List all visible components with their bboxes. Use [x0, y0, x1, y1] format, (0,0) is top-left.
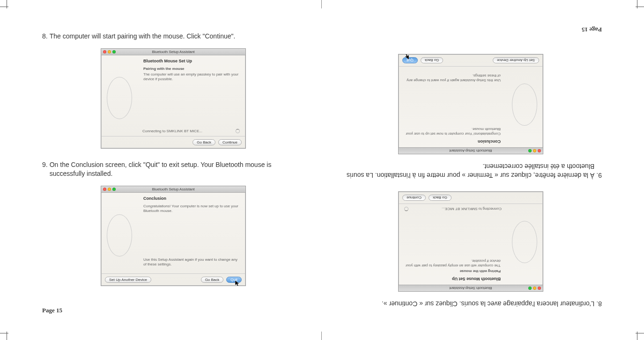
pairing-text: The computer will use an empty passkey t…: [143, 72, 240, 82]
close-icon: [103, 188, 106, 191]
step-9: 9. On the Conclusion screen, click "Quit…: [42, 160, 304, 179]
continue-button: Continue: [218, 139, 242, 145]
page-left-english: 8. The computer will start pairing with …: [9, 0, 316, 340]
pairing-titlebar-fr: Bluetooth Setup Assistant: [399, 285, 543, 291]
step-8-text: The computer will start pairing with the…: [50, 32, 304, 41]
pairing-sub: Pairing with the mouse: [143, 67, 240, 71]
window-controls: [528, 287, 541, 290]
conclusion-title-fr: Bluetooth Setup Assistant: [449, 149, 492, 153]
pairing-status-fr: Connecting to SMKLINK BT MICE...: [404, 207, 502, 211]
screenshot-conclusion-fr: Bluetooth Setup Assistant Conclusion Con…: [398, 54, 543, 154]
zoom-icon: [112, 188, 116, 191]
page-number-left: Page 15: [42, 307, 62, 314]
minimize-icon: [533, 149, 536, 152]
minimize-icon: [533, 287, 536, 290]
quit-button: Quit: [402, 57, 418, 63]
pairing-body: Bluetooth Mouse Set Up Pairing with the …: [138, 55, 245, 136]
pairing-title-fr: Bluetooth Setup Assistant: [449, 286, 492, 290]
spinner-icon: [404, 207, 408, 211]
pairing-titlebar: Bluetooth Setup Assistant: [101, 49, 245, 55]
mouse-graphic: [512, 83, 537, 126]
pairing-sub-fr: Pairing with the mouse: [404, 269, 501, 273]
conclusion-heading: Conclusion: [143, 196, 240, 201]
conclusion-text2-fr: Use this Setup Assistant again if you wa…: [404, 73, 501, 83]
pairing-footer: Go Back Continue: [101, 136, 245, 148]
screenshot-conclusion: Bluetooth Setup Assistant Conclusion Con…: [101, 186, 246, 286]
screenshot-pairing: Bluetooth Setup Assistant Bluetooth Mous…: [101, 48, 246, 149]
pairing-heading: Bluetooth Mouse Set Up: [143, 59, 240, 63]
pairing-text-fr: The computer will use an empty passkey t…: [404, 258, 501, 268]
page-right-french: 8. L'ordinateur lancera l'appairage avec…: [328, 0, 635, 340]
continue-button: Continue: [402, 195, 426, 201]
step-8-text-fr: L'ordinateur lancera l'appairage avec la…: [340, 299, 594, 308]
conclusion-text2: Use this Setup Assistant again if you wa…: [143, 257, 240, 267]
minimize-icon: [108, 50, 111, 53]
mouse-graphic: [512, 221, 537, 263]
window-controls: [103, 188, 116, 191]
conclusion-heading-fr: Conclusion: [404, 139, 501, 144]
zoom-icon: [528, 287, 532, 290]
window-controls: [103, 50, 116, 53]
pairing-body-fr: Bluetooth Mouse Set Up Pairing with the …: [399, 204, 506, 285]
conclusion-text1-fr: Congratulations! Your computer is now se…: [404, 126, 501, 136]
conclusion-footer-fr: Set Up Another Device Go Back Quit: [399, 54, 543, 67]
step-9-fr: 9. À la dernière fenêtre, cliquez sur « …: [340, 161, 602, 180]
close-icon: [103, 50, 106, 53]
conclusion-titlebar: Bluetooth Setup Assistant: [101, 186, 245, 193]
content-right: 8. L'ordinateur lancera l'appairage avec…: [340, 42, 602, 308]
content-left: 8. The computer will start pairing with …: [42, 32, 304, 298]
conclusion-titlebar-fr: Bluetooth Setup Assistant: [399, 147, 543, 154]
conclusion-body: Conclusion Congratulations! Your compute…: [138, 193, 245, 273]
close-icon: [538, 287, 541, 290]
pairing-status-text: Connecting to SMKLINK BT MICE...: [142, 129, 202, 133]
conclusion-body-fr: Conclusion Congratulations! Your compute…: [399, 67, 506, 147]
step-8-fr: 8. L'ordinateur lancera l'appairage avec…: [340, 299, 602, 308]
go-back-button: Go Back: [201, 277, 224, 283]
go-back-button: Go Back: [192, 139, 215, 145]
zoom-icon: [528, 149, 532, 152]
step-9-number: 9.: [42, 160, 48, 179]
setup-another-button: Set Up Another Device: [105, 277, 151, 283]
step-8: 8. The computer will start pairing with …: [42, 32, 304, 41]
conclusion-footer: Set Up Another Device Go Back Quit: [101, 273, 245, 286]
pairing-status: Connecting to SMKLINK BT MICE...: [142, 129, 240, 133]
page-number-right: Page 15: [582, 26, 602, 33]
minimize-icon: [108, 188, 111, 191]
zoom-icon: [112, 50, 116, 53]
step-9-text: On the Conclusion screen, click "Quit" t…: [50, 160, 304, 179]
spinner-icon: [236, 129, 240, 133]
pairing-heading-fr: Bluetooth Mouse Set Up: [404, 277, 501, 281]
step-8-number-fr: 8.: [596, 299, 602, 308]
go-back-button: Go Back: [429, 195, 452, 201]
conclusion-title: Bluetooth Setup Assistant: [152, 187, 194, 191]
pairing-footer-fr: Go Back Continue: [399, 192, 543, 204]
screenshot-pairing-fr: Bluetooth Setup Assistant Bluetooth Mous…: [398, 191, 543, 292]
step-9-number-fr: 9.: [596, 161, 602, 180]
close-icon: [538, 149, 541, 152]
pairing-status-text-fr: Connecting to SMKLINK BT MICE...: [442, 207, 502, 211]
setup-another-button: Set Up Another Device: [493, 57, 539, 63]
mouse-graphic: [107, 214, 132, 257]
step-9-text-fr: À la dernière fenêtre, cliquez sur « Ter…: [340, 161, 594, 180]
go-back-button: Go Back: [421, 57, 444, 63]
quit-button: Quit: [226, 277, 242, 283]
pairing-title: Bluetooth Setup Assistant: [152, 50, 194, 54]
step-8-number: 8.: [42, 32, 48, 41]
conclusion-text1: Congratulations! Your computer is now se…: [143, 204, 240, 214]
mouse-graphic: [107, 77, 132, 119]
window-controls: [528, 149, 541, 152]
